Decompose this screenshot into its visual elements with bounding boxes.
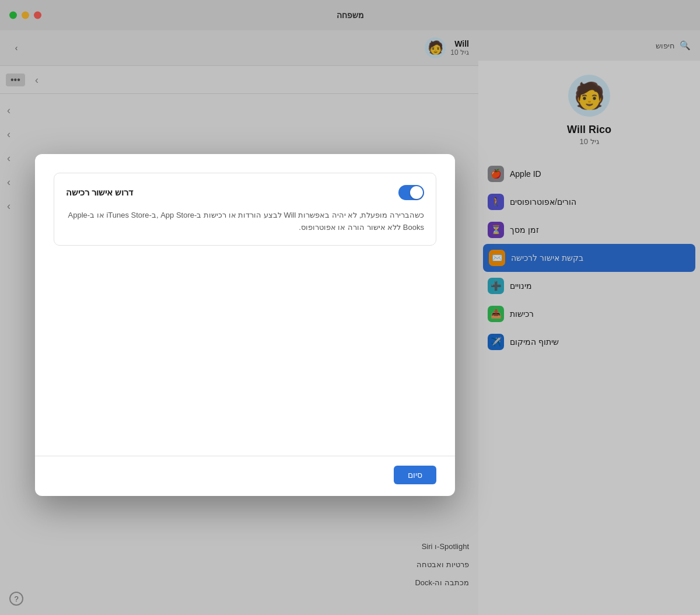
- modal-overlay: דרוש אישור רכישה כשהברירה מופעלת, לא יהי…: [0, 0, 700, 615]
- modal-footer: סיום: [35, 456, 455, 496]
- modal-dialog: דרוש אישור רכישה כשהברירה מופעלת, לא יהי…: [35, 154, 455, 497]
- toggle-title: דרוש אישור רכישה: [66, 187, 133, 198]
- toggle-description: כשהברירה מופעלת, לא יהיה באפשרות Will לב…: [66, 209, 424, 234]
- main-window: משפחה ‹ Will גיל 10 🧑 ••• ‹: [0, 0, 700, 615]
- modal-spacer: [35, 257, 455, 456]
- modal-content: דרוש אישור רכישה כשהברירה מופעלת, לא יהי…: [35, 154, 455, 246]
- toggle-knob: [410, 186, 423, 199]
- toggle-row: דרוש אישור רכישה: [66, 185, 424, 200]
- require-approval-toggle[interactable]: [398, 185, 424, 200]
- require-approval-section: דרוש אישור רכישה כשהברירה מופעלת, לא יהי…: [54, 173, 436, 246]
- done-button[interactable]: סיום: [394, 466, 436, 484]
